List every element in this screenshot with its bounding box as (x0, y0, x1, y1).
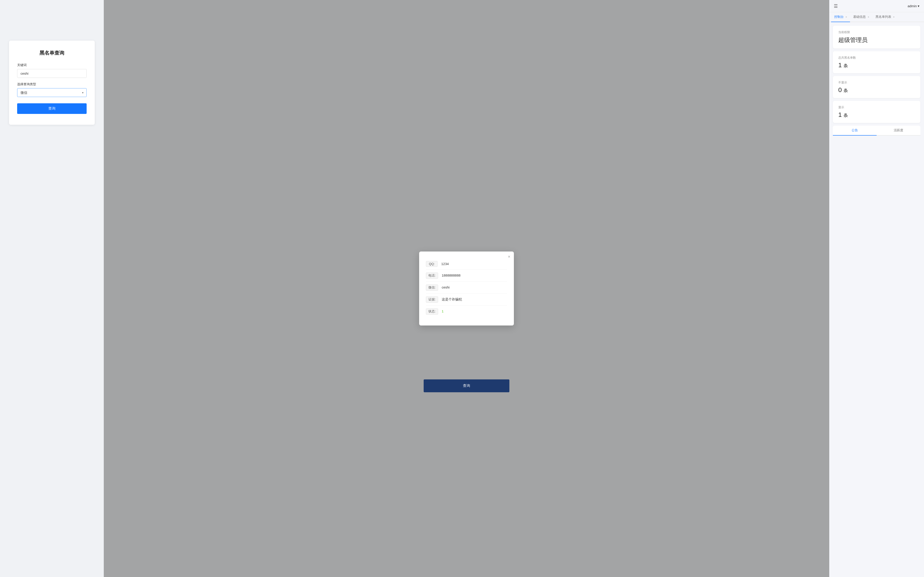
tab-dashboard[interactable]: 控制台 × (831, 12, 850, 22)
stat-card-permission: 当前权限 超级管理员 (833, 26, 921, 48)
type-select-wrapper: QQ 电话 微信 证据 ▾ (17, 88, 87, 97)
modal-row-phone: 电话: 1888888888 (426, 270, 507, 282)
tab-basic-info[interactable]: 基础信息 × (850, 12, 872, 22)
middle-panel: × QQ: 1234 电话: 1888888888 微信: ceshi 证据: … (104, 0, 829, 577)
admin-dropdown[interactable]: admin ▾ (908, 4, 919, 8)
tab-blacklist-close[interactable]: × (893, 16, 895, 18)
stat-value-visible: 1 条 (838, 111, 915, 118)
modal-label-qq: QQ: (426, 261, 438, 267)
modal-label-phone: 电话: (426, 272, 438, 279)
stat-label-hidden: 不显示 (838, 81, 915, 85)
right-content: 当前权限 超级管理员 总共黑名单数 1 条 不显示 0 条 显示 1 条 公告 … (829, 22, 924, 577)
stat-value-permission: 超级管理员 (838, 36, 915, 44)
type-label: 选择查询类型 (17, 82, 87, 86)
stat-card-visible: 显示 1 条 (833, 101, 921, 123)
modal-row-status: 状态: 1 (426, 306, 507, 318)
tabs-bar: 控制台 × 基础信息 × 黑名单列表 × (829, 12, 924, 22)
modal-label-status: 状态: (426, 308, 438, 315)
tab-blacklist[interactable]: 黑名单列表 × (872, 12, 898, 22)
topbar: ☰ admin ▾ (829, 0, 924, 12)
tab-basic-info-close[interactable]: × (868, 16, 869, 18)
modal-value-phone: 1888888888 (442, 272, 460, 277)
bottom-tab-activity[interactable]: 活跃度 (877, 126, 921, 135)
keyword-input[interactable] (17, 69, 87, 78)
modal-row-evidence: 证据: 这是个诈骗犯 (426, 294, 507, 306)
admin-label: admin (908, 4, 917, 8)
modal-label-wechat: 微信: (426, 284, 438, 291)
modal-overlay: × QQ: 1234 电话: 1888888888 微信: ceshi 证据: … (104, 0, 829, 577)
left-query-button[interactable]: 查询 (17, 103, 87, 114)
type-select[interactable]: QQ 电话 微信 证据 (17, 88, 87, 97)
middle-query-button[interactable]: 查询 (424, 379, 510, 392)
stat-label-permission: 当前权限 (838, 30, 915, 34)
stat-label-total: 总共黑名单数 (838, 56, 915, 60)
stat-card-total: 总共黑名单数 1 条 (833, 51, 921, 73)
modal-label-evidence: 证据: (426, 297, 438, 303)
query-card-title: 黑名单查询 (17, 50, 87, 56)
left-panel: 黑名单查询 关键词 选择查询类型 QQ 电话 微信 证据 ▾ 查询 (0, 0, 104, 577)
modal-value-status: 1 (442, 308, 443, 313)
bottom-tabs: 公告 活跃度 (833, 126, 921, 135)
result-modal: × QQ: 1234 电话: 1888888888 微信: ceshi 证据: … (419, 251, 514, 326)
modal-value-wechat: ceshi (442, 284, 450, 289)
right-panel: ☰ admin ▾ 控制台 × 基础信息 × 黑名单列表 × 当前权限 超级管理… (829, 0, 924, 577)
chevron-down-icon: ▾ (918, 4, 919, 8)
bottom-tab-announcement[interactable]: 公告 (833, 126, 877, 135)
stat-label-visible: 显示 (838, 105, 915, 110)
tab-basic-info-label: 基础信息 (853, 15, 866, 19)
modal-value-evidence: 这是个诈骗犯 (442, 297, 462, 301)
stat-card-hidden: 不显示 0 条 (833, 76, 921, 98)
tab-dashboard-label: 控制台 (834, 15, 844, 19)
stat-value-total: 1 条 (838, 61, 915, 69)
tab-blacklist-label: 黑名单列表 (876, 15, 891, 19)
keyword-label: 关键词 (17, 63, 87, 67)
modal-row-qq: QQ: 1234 (426, 258, 507, 270)
modal-close-button[interactable]: × (508, 255, 510, 259)
modal-row-wechat: 微信: ceshi (426, 282, 507, 294)
tab-dashboard-close[interactable]: × (845, 16, 847, 18)
query-card: 黑名单查询 关键词 选择查询类型 QQ 电话 微信 证据 ▾ 查询 (9, 40, 95, 125)
menu-icon[interactable]: ☰ (834, 3, 838, 9)
modal-value-qq: 1234 (441, 261, 449, 266)
stat-value-hidden: 0 条 (838, 86, 915, 93)
